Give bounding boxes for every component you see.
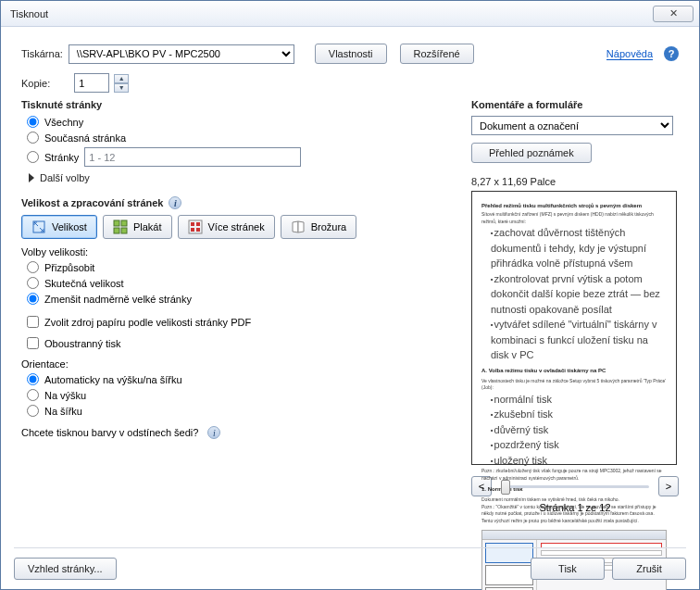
poster-tab[interactable]: Plakát xyxy=(103,215,172,239)
shrink-radio[interactable] xyxy=(27,293,39,305)
size-options-label: Volby velikosti: xyxy=(21,246,456,257)
orient-landscape-radio[interactable] xyxy=(27,405,39,417)
comments-select[interactable]: Dokument a označení xyxy=(471,116,673,135)
size-tab-label: Velikost xyxy=(52,221,87,232)
duplex-label: Oboustranný tisk xyxy=(44,338,121,349)
duplex-checkbox[interactable] xyxy=(27,337,39,349)
left-column: Tisknuté stránky Všechny Současná stránk… xyxy=(21,94,456,448)
pages-current-label: Současná stránka xyxy=(44,132,126,144)
dialog-footer: Vzhled stránky... Tisk Zrušit xyxy=(14,547,686,580)
help-icon[interactable]: ? xyxy=(664,46,679,61)
more-options-expander[interactable]: Další volby xyxy=(29,172,456,183)
svg-rect-3 xyxy=(114,228,119,233)
svg-rect-9 xyxy=(196,228,200,232)
size-tab[interactable]: Velikost xyxy=(21,215,97,239)
pages-all-radio[interactable] xyxy=(27,116,39,128)
spin-down-icon[interactable]: ▼ xyxy=(114,83,129,93)
svg-rect-7 xyxy=(196,222,200,226)
copies-row: Kopie: ▲ ▼ xyxy=(21,73,679,93)
paper-source-checkbox[interactable] xyxy=(27,316,39,328)
properties-button[interactable]: Vlastnosti xyxy=(315,44,387,64)
triangle-right-icon xyxy=(29,173,34,182)
copies-input[interactable] xyxy=(74,73,109,93)
booklet-icon xyxy=(291,220,306,234)
poster-icon xyxy=(113,220,128,234)
grayscale-question: Chcete tisknou barvy v odstínech šedi? xyxy=(21,427,198,438)
svg-rect-2 xyxy=(121,220,127,226)
more-options-label: Další volby xyxy=(40,172,90,183)
sizing-title: Velikost a zpracování stránek i xyxy=(21,196,456,209)
sizing-button-group: Velikost Plakát Více stránek Brožura xyxy=(21,215,456,239)
copies-spinner[interactable]: ▲ ▼ xyxy=(114,74,129,93)
pages-current-radio[interactable] xyxy=(27,132,39,144)
svg-rect-6 xyxy=(191,222,194,226)
size-icon xyxy=(31,220,46,234)
svg-rect-4 xyxy=(121,228,127,233)
preview-body: Sítové multifunkční zařízení (MFZ) s pev… xyxy=(481,211,667,524)
window-close-button[interactable]: ✕ xyxy=(653,6,694,22)
window-title: Tisknout xyxy=(10,8,653,19)
svg-rect-8 xyxy=(191,228,194,232)
paper-source-label: Zvolit zdroj papíru podle velikosti strá… xyxy=(44,317,251,328)
preview-doc-title: Přehled režimů tisku multifunkčních stro… xyxy=(481,203,667,208)
pages-section-title: Tisknuté stránky xyxy=(21,99,456,110)
help-link[interactable]: Nápověda xyxy=(606,48,653,60)
orient-portrait-label: Na výšku xyxy=(44,390,86,401)
orient-auto-radio[interactable] xyxy=(27,373,39,385)
booklet-tab-label: Brožura xyxy=(311,221,347,232)
multi-tab-label: Více stránek xyxy=(208,221,265,232)
pages-all-label: Všechny xyxy=(44,117,83,128)
booklet-tab[interactable]: Brožura xyxy=(281,215,357,239)
printer-select[interactable]: \\SRV-APL\BKO PV - MPC2500 xyxy=(69,44,294,64)
pages-range-radio[interactable] xyxy=(27,151,39,163)
printer-row: Tiskárna: \\SRV-APL\BKO PV - MPC2500 Vla… xyxy=(21,44,679,64)
advanced-button[interactable]: Rozšířené xyxy=(400,44,474,64)
pages-range-label: Stránky xyxy=(44,152,79,163)
orient-portrait-radio[interactable] xyxy=(27,389,39,401)
poster-tab-label: Plakát xyxy=(133,221,162,232)
fit-radio[interactable] xyxy=(27,261,39,273)
dialog-content: Tiskárna: \\SRV-APL\BKO PV - MPC2500 Vla… xyxy=(1,27,699,589)
actual-label: Skutečná velikost xyxy=(44,278,124,289)
svg-rect-1 xyxy=(114,220,119,226)
print-dialog: Tisknout ✕ Tiskárna: \\SRV-APL\BKO PV - … xyxy=(0,0,700,590)
page-setup-button[interactable]: Vzhled stránky... xyxy=(14,558,117,580)
info-icon[interactable]: i xyxy=(207,426,220,439)
preview-slider[interactable] xyxy=(497,485,653,488)
multi-icon xyxy=(188,220,203,234)
actual-radio[interactable] xyxy=(27,277,39,289)
spin-up-icon[interactable]: ▲ xyxy=(114,74,129,83)
shrink-label: Zmenšit nadměrně velké stránky xyxy=(44,294,192,305)
print-preview: Přehled režimů tisku multifunkčních stro… xyxy=(471,191,677,465)
summarize-notes-button[interactable]: Přehled poznámek xyxy=(471,143,592,163)
fit-label: Přizpůsobit xyxy=(44,262,94,273)
cancel-button[interactable]: Zrušit xyxy=(612,558,686,580)
orientation-title: Orientace: xyxy=(21,358,456,370)
comments-title: Komentáře a formuláře xyxy=(471,99,679,110)
printer-label: Tiskárna: xyxy=(21,48,63,59)
copies-label: Kopie: xyxy=(21,78,50,89)
preview-section-a: A. Volba režimu tisku v ovladači tiskárn… xyxy=(481,367,667,375)
info-icon[interactable]: i xyxy=(169,196,181,209)
slider-thumb[interactable] xyxy=(501,480,510,495)
orient-landscape-label: Na šířku xyxy=(44,406,82,417)
orient-auto-label: Automaticky na výšku/na šířku xyxy=(44,374,182,385)
preview-dimensions: 8,27 x 11,69 Palce xyxy=(471,176,679,187)
multi-tab[interactable]: Více stránek xyxy=(178,215,275,239)
titlebar: Tisknout ✕ xyxy=(1,1,699,27)
close-icon: ✕ xyxy=(669,7,678,19)
print-button[interactable]: Tisk xyxy=(531,558,605,580)
pages-range-input[interactable] xyxy=(84,147,301,167)
right-column: Komentáře a formuláře Dokument a označen… xyxy=(471,94,679,513)
